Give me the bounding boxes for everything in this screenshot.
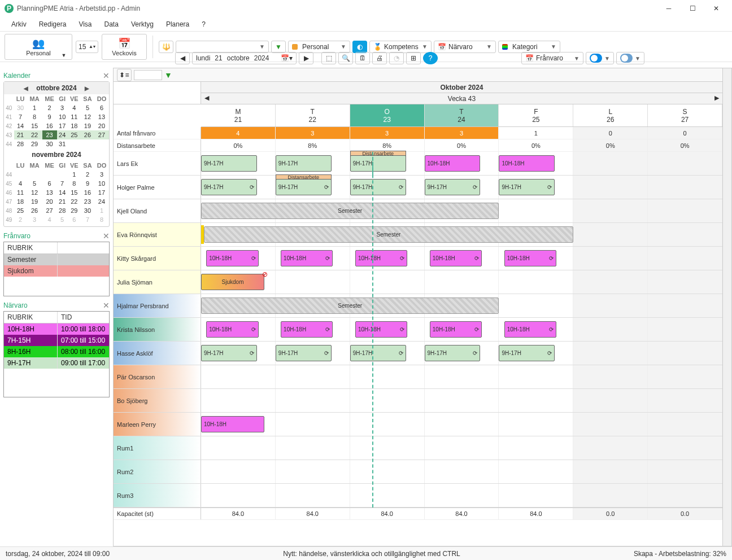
calendar-day[interactable]: 23 <box>42 130 57 139</box>
calendar-day[interactable]: 19 <box>81 121 94 130</box>
schedule-cell[interactable] <box>499 436 573 460</box>
schedule-cell[interactable] <box>425 294 499 317</box>
schedule-cell[interactable] <box>201 436 276 460</box>
calendar-day[interactable]: 3 <box>27 215 42 224</box>
schedule-cell[interactable] <box>573 342 648 365</box>
schedule-cell[interactable] <box>499 270 573 294</box>
resource-label[interactable]: Hasse Asklöf <box>114 342 201 365</box>
resource-label[interactable]: Eva Rönnqvist <box>114 223 201 246</box>
schedule-cell[interactable] <box>648 365 722 388</box>
schedule-cell[interactable] <box>350 270 425 294</box>
schedule-cell[interactable] <box>350 342 425 365</box>
schedule-cell[interactable] <box>573 413 648 436</box>
sort-icon[interactable]: ⬍≡ <box>117 69 132 81</box>
schedule-cell[interactable] <box>648 294 722 317</box>
schedule-cell[interactable] <box>648 247 722 270</box>
schedule-cell[interactable] <box>201 484 276 507</box>
schedule-cell[interactable] <box>425 152 499 175</box>
date-picker[interactable]: lundi 21 octobre 2024 📅▾ <box>192 52 297 64</box>
resource-label[interactable]: Hjalmar Persbrand <box>114 294 201 317</box>
schedule-cell[interactable] <box>499 389 573 412</box>
schedule-cell[interactable] <box>499 152 573 175</box>
schedule-cell[interactable] <box>350 223 425 246</box>
schedule-cell[interactable] <box>648 460 722 483</box>
schedule-cell[interactable] <box>573 318 648 341</box>
calendar-day[interactable]: 1 <box>68 170 81 179</box>
calendar-day[interactable]: 8 <box>27 112 42 121</box>
schedule-cell[interactable] <box>573 199 648 222</box>
calendar-day[interactable]: 5 <box>27 179 42 188</box>
schedule-cell[interactable] <box>201 413 276 436</box>
calendar-day[interactable]: 7 <box>81 215 94 224</box>
calendar-day[interactable] <box>27 170 42 179</box>
schedule-cell[interactable] <box>573 152 648 175</box>
calendar-day[interactable]: 26 <box>27 206 42 215</box>
day-column-header[interactable]: T24 <box>425 104 499 126</box>
row-height-spinner[interactable]: 15▲▾ <box>76 41 98 53</box>
calendar-day[interactable]: 27 <box>42 206 57 215</box>
calendar-day[interactable]: 9 <box>81 179 94 188</box>
calendar-day[interactable]: 8 <box>68 179 81 188</box>
calendar-day[interactable]: 1 <box>94 206 109 215</box>
schedule-cell[interactable] <box>201 365 276 388</box>
calendar-day[interactable]: 23 <box>81 197 94 206</box>
menu-arkiv[interactable]: Arkiv <box>6 18 32 30</box>
calendar-day[interactable]: 24 <box>94 197 109 206</box>
calendar-day[interactable]: 22 <box>27 130 42 139</box>
calendar-day[interactable]: 5 <box>81 103 94 112</box>
calendar-day[interactable]: 2 <box>81 170 94 179</box>
schedule-cell[interactable] <box>201 247 276 270</box>
calendar-day[interactable]: 9 <box>42 112 57 121</box>
franvaro-dropdown[interactable]: 📅Frånvaro▼ <box>521 52 583 64</box>
calendar-day[interactable]: 30 <box>14 103 27 112</box>
schedule-cell[interactable] <box>201 176 276 199</box>
schedule-cell[interactable] <box>425 176 499 199</box>
resource-label[interactable]: Holger Palme <box>114 176 201 199</box>
schedule-cell[interactable] <box>350 199 425 222</box>
resource-label[interactable]: Kitty Skårgard <box>114 247 201 270</box>
calendar-day[interactable]: 17 <box>94 188 109 197</box>
filter-funnel-icon[interactable]: ▼ <box>164 71 172 80</box>
calendar-day[interactable]: 4 <box>42 215 57 224</box>
filter-input[interactable] <box>134 70 162 80</box>
schedule-cell[interactable] <box>425 365 499 388</box>
close-panel-icon[interactable]: ✕ <box>103 231 110 240</box>
schedule-cell[interactable] <box>425 389 499 412</box>
calendar-day[interactable]: 6 <box>68 215 81 224</box>
calendar-day[interactable] <box>68 139 81 148</box>
schedule-cell[interactable] <box>276 247 350 270</box>
calendar-day[interactable]: 7 <box>14 112 27 121</box>
narvaro-item[interactable]: 8H-16H08:00 till 16:00 <box>4 346 109 357</box>
schedule-cell[interactable] <box>425 199 499 222</box>
calendar-day[interactable]: 25 <box>14 206 27 215</box>
schedule-cell[interactable] <box>350 176 425 199</box>
narvaro-item[interactable]: 9H-17H09:00 till 17:00 <box>4 357 109 369</box>
schedule-cell[interactable] <box>499 342 573 365</box>
schedule-cell[interactable] <box>350 484 425 507</box>
franvaro-item[interactable]: Sjukdom <box>4 265 109 277</box>
column-rubrik[interactable]: RUBRIK <box>4 312 58 323</box>
schedule-cell[interactable] <box>201 318 276 341</box>
calendar-day[interactable]: 6 <box>42 179 57 188</box>
calendar-day[interactable]: 4 <box>14 179 27 188</box>
schedule-cell[interactable] <box>276 436 350 460</box>
schedule-cell[interactable] <box>573 460 648 483</box>
calendar-day[interactable]: 13 <box>94 112 109 121</box>
menu-redigera[interactable]: Redigera <box>33 18 72 30</box>
vertical-scrollbar[interactable] <box>722 68 731 546</box>
schedule-cell[interactable] <box>276 294 350 317</box>
schedule-cell[interactable] <box>350 152 425 175</box>
schedule-cell[interactable] <box>499 413 573 436</box>
calendar-day[interactable]: 14 <box>14 121 27 130</box>
schedule-cell[interactable] <box>276 484 350 507</box>
resource-label[interactable]: Julia Sjöman <box>114 270 201 294</box>
schedule-cell[interactable] <box>276 318 350 341</box>
calendar-day[interactable]: 20 <box>94 121 109 130</box>
schedule-cell[interactable] <box>573 176 648 199</box>
schedule-cell[interactable] <box>350 294 425 317</box>
schedule-cell[interactable] <box>201 342 276 365</box>
narvaro-item[interactable]: 10H-18H10:00 till 18:00 <box>4 323 109 335</box>
schedule-cell[interactable] <box>499 176 573 199</box>
calendar-day[interactable]: 12 <box>81 112 94 121</box>
hierarchy-icon[interactable]: 🔱 <box>159 41 173 53</box>
